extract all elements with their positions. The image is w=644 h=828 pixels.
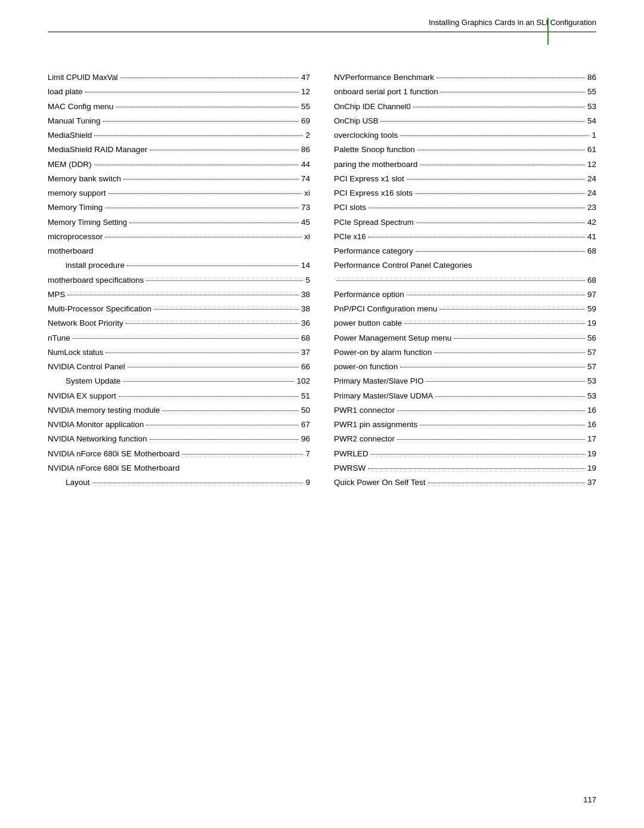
entry-page: 61 (587, 144, 596, 156)
entry-label: Performance category (334, 245, 413, 257)
entry-page: 12 (301, 86, 310, 98)
entry-label: NumLock status (48, 347, 103, 359)
entry-label: NVIDIA Networking function (48, 433, 147, 445)
list-item: PCIe x1641 (334, 231, 596, 243)
list-item: Memory bank switch74 (48, 173, 310, 185)
list-item: NVPerformance Benchmark86 (334, 72, 596, 84)
entry-label: OnChip USB (334, 115, 378, 127)
list-item: OnChip IDE Channel053 (334, 101, 596, 113)
entry-label: Multi-Processor Specification (48, 303, 151, 315)
entry-page: 67 (301, 419, 310, 431)
entry-page: 2 (305, 129, 310, 141)
entry-label: NVIDIA memory testing module (48, 404, 160, 416)
entry-page: 66 (301, 361, 310, 373)
list-item: microprocessorxi (48, 231, 310, 243)
entry-page: 42 (587, 217, 596, 228)
entry-label: MediaShield (48, 129, 92, 141)
entry-label: NVIDIA nForce 680i SE Motherboard (48, 448, 179, 460)
page-number: 68 (587, 274, 596, 286)
entry-label: NVIDIA Monitor application (48, 419, 144, 431)
right-column: NVPerformance Benchmark86onboard serial … (334, 72, 596, 491)
entry-page: 68 (587, 245, 596, 257)
entry-label: memory support (48, 187, 106, 199)
entry-label: Memory Timing (48, 202, 103, 214)
entry-label: Primary Master/Slave PIO (334, 375, 423, 387)
list-item: motherboard (48, 245, 310, 257)
list-item: MEM (DDR)44 (48, 159, 310, 171)
entry-page: 51 (301, 390, 310, 402)
entry-label: PCIe x16 (334, 231, 366, 243)
entry-page: 57 (587, 347, 596, 359)
list-item: MPS38 (48, 289, 310, 301)
entry-page: 54 (587, 115, 596, 127)
entry-label: MAC Config menu (48, 101, 113, 113)
entry-label: NVIDIA EX support (48, 390, 116, 402)
page-header: Installing Graphics Cards in an SLI Conf… (48, 18, 596, 32)
list-item: PWR1 pin assignments16 (334, 419, 596, 431)
entry-label: PCIe Spread Spectrum (334, 217, 414, 228)
entry-page: 96 (301, 433, 310, 445)
list-item: NVIDIA nForce 680i SE Motherboard7 (48, 448, 310, 460)
entry-label: motherboard specifications (48, 274, 144, 286)
entry-label: nTune (48, 332, 70, 344)
list-item: PWR2 connector17 (334, 433, 596, 445)
list-item: Power-on by alarm function57 (334, 347, 596, 359)
entry-label: NVIDIA Control Panel (48, 361, 125, 373)
list-item: memory supportxi (48, 187, 310, 199)
list-item: Quick Power On Self Test37 (334, 477, 596, 489)
list-item: Performance category68 (334, 245, 596, 257)
entry-label: NVIDIA nForce 680i SE Motherboard (48, 462, 310, 474)
entry-page: 23 (587, 202, 596, 214)
list-item: PWR1 connector16 (334, 404, 596, 416)
entry-page: 17 (587, 433, 596, 445)
entry-page: 14 (301, 259, 310, 271)
entry-label: PWRLED (334, 448, 369, 460)
page-container: Installing Graphics Cards in an SLI Conf… (0, 0, 644, 828)
entry-page: 86 (587, 72, 596, 84)
list-item: motherboard specifications5 (48, 274, 310, 286)
entry-label: MEM (DDR) (48, 159, 92, 171)
entry-page: 55 (301, 101, 310, 113)
list-item: 68 (334, 274, 596, 286)
entry-label: Palette Snoop function (334, 144, 415, 156)
list-item: PWRLED19 (334, 448, 596, 460)
list-item: PCI Express x1 slot24 (334, 173, 596, 185)
list-item: PCI Express x16 slots24 (334, 187, 596, 199)
list-item: Power Management Setup menu56 (334, 332, 596, 344)
entry-label: Layout (48, 477, 90, 489)
entry-page: xi (304, 231, 310, 243)
list-item: Primary Master/Slave PIO53 (334, 375, 596, 387)
entry-label: NVPerformance Benchmark (334, 72, 434, 84)
list-item: onboard serial port 1 function55 (334, 86, 596, 98)
entry-page: 73 (301, 202, 310, 214)
entry-page: 69 (301, 115, 310, 127)
left-column: Limit CPUID MaxVal47load plate12MAC Conf… (48, 72, 310, 491)
entry-label: Power Management Setup menu (334, 332, 451, 344)
entry-page: 7 (305, 448, 310, 460)
entry-page: 19 (587, 462, 596, 474)
entry-page: 41 (587, 231, 596, 243)
entry-page: 59 (587, 303, 596, 315)
entry-page: 86 (301, 144, 310, 156)
list-item: NVIDIA Control Panel66 (48, 361, 310, 373)
entry-label: MediaShield RAID Manager (48, 144, 147, 156)
list-item: Performance option97 (334, 289, 596, 301)
list-item: NumLock status37 (48, 347, 310, 359)
entry-label: overclocking tools (334, 129, 398, 141)
list-item: PWRSW19 (334, 462, 596, 474)
entry-label: Power-on by alarm function (334, 347, 432, 359)
entry-page: 16 (587, 404, 596, 416)
header-title: Installing Graphics Cards in an SLI Conf… (429, 18, 596, 27)
list-item: PCI slots23 (334, 202, 596, 214)
list-item: Manual Tuning69 (48, 115, 310, 127)
entry-page: xi (304, 187, 310, 199)
list-item: PCIe Spread Spectrum42 (334, 217, 596, 228)
list-item: NVIDIA EX support51 (48, 390, 310, 402)
entry-label: OnChip IDE Channel0 (334, 101, 411, 113)
entry-label: PCI slots (334, 202, 366, 214)
list-item: nTune68 (48, 332, 310, 344)
list-item: Primary Master/Slave UDMA53 (334, 390, 596, 402)
entry-label: PCI Express x1 slot (334, 173, 404, 185)
list-item: MediaShield RAID Manager86 (48, 144, 310, 156)
list-item: Palette Snoop function61 (334, 144, 596, 156)
